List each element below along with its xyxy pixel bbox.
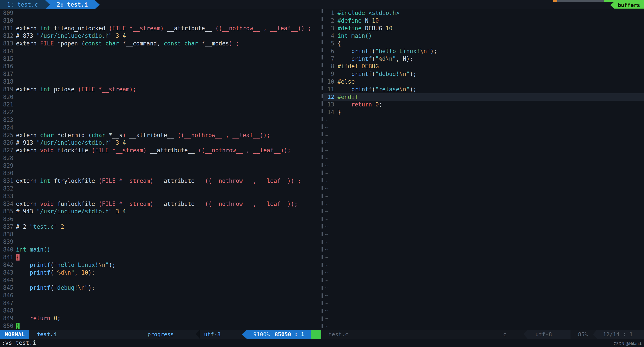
token: DEBUG [365, 25, 386, 32]
code-text: extern FILE *popen (const char *__comman… [16, 40, 240, 48]
code-line-831[interactable]: 831extern int ftrylockfile (FILE *__stre… [0, 177, 321, 185]
code-line-5[interactable]: 5{ [323, 40, 644, 48]
code-line-818[interactable]: 818 [0, 78, 321, 86]
code-line-8[interactable]: 8#ifdef DEBUG [323, 62, 644, 70]
filler-line: ~ [323, 215, 644, 223]
code-line-828[interactable]: 828 [0, 154, 321, 162]
code-line-815[interactable]: 815 [0, 55, 321, 63]
token: \n [399, 71, 406, 77]
line-number: 847 [3, 299, 14, 307]
token [16, 262, 30, 268]
buffers-label: buffers [614, 2, 644, 8]
code-line-1[interactable]: 1#include <stdio.h> [323, 9, 644, 17]
code-line-817[interactable]: 817 [0, 70, 321, 78]
token: " [376, 56, 379, 62]
code-line-809[interactable]: 809 [0, 9, 321, 17]
token [16, 269, 30, 276]
code-line-2[interactable]: 2#define N 10 [323, 17, 644, 24]
code-line-848[interactable]: 848 [0, 307, 321, 314]
code-line-14[interactable]: 14} [323, 108, 644, 116]
code-line-829[interactable]: 829 [0, 162, 321, 170]
code-line-9[interactable]: 9 printf("debug!\n"); [323, 70, 644, 78]
code-line-13[interactable]: 13 return 0; [323, 101, 644, 108]
line-number: 812 [3, 32, 14, 40]
code-line-847[interactable]: 847 [0, 299, 321, 307]
code-line-811[interactable]: 811extern int fileno_unlocked (FILE *__s… [0, 24, 321, 32]
code-line-816[interactable]: 816 [0, 62, 321, 70]
code-line-824[interactable]: 824 [0, 124, 321, 132]
code-line-826[interactable]: 826# 913 "/usr/include/stdio.h" 3 4 [0, 139, 321, 146]
token: " [406, 86, 410, 92]
code-line-822[interactable]: 822 [0, 108, 321, 116]
left-editor-pane[interactable]: 809810811extern int fileno_unlocked (FIL… [0, 9, 321, 330]
code-line-3[interactable]: 3#define DEBUG 10 [323, 24, 644, 32]
buffers-arrow-icon [610, 2, 614, 8]
code-line-820[interactable]: 820 [0, 93, 321, 101]
powerline-arrow-icon [24, 330, 29, 339]
command-line[interactable]: :vs test.i [0, 339, 644, 347]
tab-test-c[interactable]: 1: test.c [0, 0, 45, 9]
code-text: #ifdef DEBUG [338, 62, 379, 70]
code-line-844[interactable]: 844 [0, 276, 321, 284]
code-line-12[interactable]: 12#endif [323, 93, 644, 101]
token: (FILE *__stream) [92, 147, 146, 154]
code-line-842[interactable]: 842 printf("hello Linux!\n"); [0, 261, 321, 269]
code-line-850[interactable]: 850} [0, 322, 321, 330]
code-line-835[interactable]: 835# 943 "/usr/include/stdio.h" 3 4 [0, 208, 321, 215]
line-number: 825 [3, 132, 14, 139]
line-number: 811 [3, 24, 14, 32]
buffers-tag[interactable]: buffers [610, 2, 644, 8]
code-line-6[interactable]: 6 printf("hello Linux!\n"); [323, 48, 644, 55]
right-editor-pane[interactable]: 1#include <stdio.h>2#define N 103#define… [323, 9, 644, 330]
code-line-846[interactable]: 846 [0, 292, 321, 299]
code-line-832[interactable]: 832 [0, 185, 321, 192]
scroll-percent: 85% [578, 330, 588, 339]
code-text: #define DEBUG 10 [338, 24, 392, 32]
code-line-833[interactable]: 833 [0, 192, 321, 200]
token: int [40, 178, 54, 184]
code-line-812[interactable]: 812# 873 "/usr/include/stdio.h" 3 4 [0, 32, 321, 40]
code-line-10[interactable]: 10#else [323, 78, 644, 86]
token: ( [50, 262, 54, 268]
code-line-845[interactable]: 845 printf("debug!\n"); [0, 284, 321, 292]
code-line-823[interactable]: 823 [0, 116, 321, 124]
tilde-marker: ~ [324, 246, 328, 254]
code-line-841[interactable]: 841{ [0, 254, 321, 261]
code-line-839[interactable]: 839 [0, 238, 321, 246]
split-separator[interactable] [321, 9, 322, 330]
code-line-7[interactable]: 7 printf("%d\n", N); [323, 55, 644, 63]
code-line-813[interactable]: 813extern FILE *popen (const char *__com… [0, 40, 321, 48]
token: { [338, 40, 341, 47]
code-line-849[interactable]: 849 return 0; [0, 314, 321, 322]
filler-line: ~ [323, 124, 644, 132]
vim-window: 1: test.c 2: test.i buffers 809810811ext… [0, 0, 644, 347]
code-line-836[interactable]: 836 [0, 215, 321, 223]
code-line-821[interactable]: 821 [0, 101, 321, 108]
code-text: # 943 "/usr/include/stdio.h" 3 4 [16, 208, 126, 215]
code-line-11[interactable]: 11 printf("relase\n"); [323, 86, 644, 93]
filler-line: ~ [323, 200, 644, 208]
code-line-840[interactable]: 840int main() [0, 246, 321, 254]
token [338, 48, 351, 54]
code-line-4[interactable]: 4int main() [323, 32, 644, 40]
token: #define [338, 25, 365, 32]
powerline-arrow-icon [242, 330, 247, 339]
tab-test-i[interactable]: 2: test.i [50, 0, 95, 9]
code-line-834[interactable]: 834extern void funlockfile (FILE *__stre… [0, 200, 321, 208]
code-line-814[interactable]: 814 [0, 48, 321, 55]
code-line-830[interactable]: 830 [0, 170, 321, 177]
code-line-838[interactable]: 838 [0, 231, 321, 238]
line-number: 843 [3, 269, 14, 276]
line-number: 5 [328, 40, 334, 48]
code-text: #endif [338, 93, 358, 101]
code-line-843[interactable]: 843 printf("%d\n", 10); [0, 269, 321, 276]
code-line-825[interactable]: 825extern char *ctermid (char *__s) __at… [0, 132, 321, 139]
token: ( [372, 48, 376, 54]
filler-line: ~ [323, 139, 644, 146]
code-line-827[interactable]: 827extern void flockfile (FILE *__stream… [0, 146, 321, 154]
token: extern [16, 40, 40, 47]
code-line-837[interactable]: 837# 2 "test.c" 2 [0, 223, 321, 231]
code-line-819[interactable]: 819extern int pclose (FILE *__stream); [0, 86, 321, 93]
filler-line: ~ [323, 192, 644, 200]
code-line-810[interactable]: 810 [0, 17, 321, 24]
